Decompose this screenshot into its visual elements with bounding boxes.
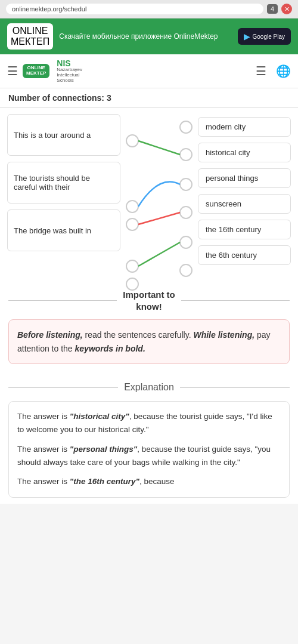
nis-sub3: Schools [57, 78, 82, 84]
google-play-button[interactable]: ▶ Google Play [238, 28, 291, 45]
explanation-para-2: The answer is "personal things", because… [17, 443, 281, 470]
right-item-6: the 6th century [198, 245, 291, 265]
hamburger-icon[interactable]: ☰ [7, 64, 18, 78]
important-text-2: read the sentences carefully. [83, 330, 194, 340]
explanation-section: Explanation The answer is "historical ci… [0, 370, 298, 503]
promo-logo-line2: МЕКТЕП [11, 36, 49, 47]
promo-text: Скачайте мобильное приложение OnlineMekt… [59, 32, 231, 42]
right-circle-6[interactable] [180, 264, 192, 276]
explanation-divider-right [180, 387, 290, 388]
promo-banner: ONLINE МЕКТЕП Скачайте мобильное приложе… [0, 19, 298, 54]
keywords-label: keywords in bold. [75, 344, 145, 353]
right-circle-2[interactable] [180, 149, 192, 161]
play-icon: ▶ [244, 32, 250, 41]
left-item-1: This is a tour around a [7, 114, 120, 156]
promo-logo-line1: ONLINE [13, 26, 48, 36]
left-circle-1[interactable] [126, 135, 138, 147]
left-circle-3b[interactable] [126, 278, 138, 290]
explanation-para-1: The answer is "historical city", because… [17, 410, 281, 437]
right-item-3: personal things [198, 168, 291, 188]
while-listening-label: While listening, [193, 330, 254, 340]
nis-logo: NIS Nazarbayev Intellectual Schools [57, 59, 82, 83]
explanation-divider: Explanation [8, 382, 290, 393]
nav-bar: ☰ ONLINE MEKTEP NIS Nazarbayev Intellect… [0, 54, 298, 88]
url-bar[interactable]: onlinemektep.org/schedul [6, 4, 263, 14]
globe-icon[interactable]: 🌐 [276, 64, 291, 78]
explanation-title: Explanation [124, 382, 174, 393]
google-play-label: Google Play [253, 33, 285, 40]
right-circle-3[interactable] [180, 178, 192, 190]
connection-line-2 [138, 182, 180, 207]
nis-text: NIS [57, 59, 82, 67]
close-button[interactable]: ✕ [281, 4, 292, 14]
connections-label: Number of connections: 3 [0, 88, 298, 108]
right-circle-4[interactable] [180, 207, 192, 218]
exercise-area: This is a tour around a The tourists sho… [0, 108, 298, 277]
nav-logo[interactable]: ONLINE MEKTEP [23, 64, 49, 78]
left-column: This is a tour around a The tourists sho… [7, 114, 120, 271]
right-item-2: historical city [198, 143, 291, 162]
explanation-para-3: The answer is "the 16th century", becaus… [17, 475, 281, 488]
explanation-divider-left [8, 387, 118, 388]
list-icon[interactable]: ☰ [256, 64, 266, 78]
left-circle-2b[interactable] [126, 218, 138, 230]
promo-logo: ONLINE МЕКТЕП [7, 23, 53, 50]
divider-left [8, 300, 117, 301]
right-column: modern city historical city personal thi… [198, 114, 291, 271]
explanation-box: The answer is "historical city", because… [8, 401, 290, 497]
connection-line-1 [138, 141, 180, 155]
left-item-3: The bridge was built in [7, 209, 120, 251]
right-item-5: the 16th century [198, 220, 291, 239]
nav-logo-line2: MEKTEP [26, 71, 46, 76]
connections-svg [120, 114, 198, 305]
browser-bar: onlinemektep.org/schedul 4 ✕ [0, 0, 298, 19]
left-circle-2[interactable] [126, 201, 138, 212]
important-box: Before listening, read the sentences car… [8, 319, 290, 364]
left-item-2: The tourists should be careful with thei… [7, 162, 120, 204]
right-circle-5[interactable] [180, 236, 192, 248]
tab-count[interactable]: 4 [267, 4, 278, 14]
connections-area [120, 114, 198, 271]
right-item-1: modern city [198, 117, 291, 137]
left-circle-3[interactable] [126, 260, 138, 272]
connection-line-2b [138, 212, 180, 224]
before-listening-label: Before listening, [17, 330, 83, 340]
right-item-4: sunscreen [198, 194, 291, 214]
connection-line-3 [138, 242, 180, 266]
right-circle-1[interactable] [180, 121, 192, 133]
